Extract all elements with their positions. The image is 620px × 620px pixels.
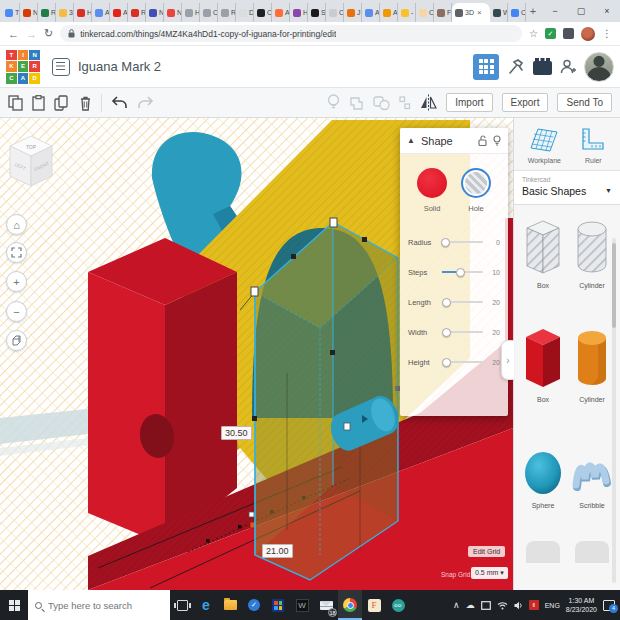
browser-tab[interactable]: C × (254, 3, 272, 22)
slider-knob[interactable] (441, 238, 450, 247)
minimize-button[interactable]: − (542, 6, 568, 16)
language-indicator[interactable]: ENG (545, 602, 560, 609)
shape-item-sphere[interactable]: Sphere (520, 451, 566, 509)
url-field[interactable]: tinkercad.com/things/4MZ4Ka4hDd1-copy-of… (60, 25, 522, 42)
browser-tab[interactable]: D × (236, 3, 254, 22)
shape-item-partial[interactable] (575, 541, 609, 563)
search-input[interactable] (48, 600, 158, 611)
new-tab-button[interactable]: + (524, 2, 542, 20)
shape-library-dropdown[interactable]: Tinkercad Basic Shapes ▼ (514, 171, 620, 205)
zoom-in-button[interactable]: + (6, 271, 27, 292)
tools-hammer-icon[interactable] (506, 57, 526, 77)
solid-option[interactable]: Solid (417, 168, 447, 213)
bookmark-star-icon[interactable]: ☆ (529, 28, 538, 39)
user-avatar[interactable] (584, 52, 614, 82)
shape-item-hole-cylinder[interactable]: Cylinder (569, 219, 615, 289)
slider-track[interactable] (442, 358, 483, 367)
taskbar-search[interactable] (28, 590, 170, 620)
edit-grid-button[interactable]: Edit Grid (468, 546, 505, 557)
browser-profile-avatar[interactable] (581, 27, 595, 41)
browser-tab[interactable]: 3D × (452, 3, 490, 22)
mirror-icon[interactable] (420, 94, 437, 111)
browser-tab[interactable]: A × (362, 3, 380, 22)
perspective-button[interactable] (6, 330, 27, 351)
taskbar-app-icon[interactable] (338, 590, 362, 620)
slider-value[interactable]: 20 (487, 329, 500, 336)
tinkercad-logo[interactable]: TINKERCAD (6, 50, 40, 84)
paste-icon[interactable] (32, 95, 45, 111)
browser-menu-icon[interactable]: ⋮ (602, 28, 612, 39)
browser-tab[interactable]: H × (290, 3, 308, 22)
extension-check-icon[interactable]: ✓ (545, 28, 556, 39)
sidebar-collapse-handle[interactable]: › (501, 340, 514, 380)
volume-icon[interactable] (514, 601, 523, 610)
snap-grid-dropdown[interactable]: 0.5 mm ▾ (471, 567, 508, 579)
slider-knob[interactable] (442, 358, 451, 367)
slider-value[interactable]: 20 (487, 359, 500, 366)
browser-tab[interactable]: H × (182, 3, 200, 22)
wifi-icon[interactable] (497, 601, 508, 610)
design-title[interactable]: Iguana Mark 2 (78, 59, 161, 74)
forward-button[interactable]: → (26, 28, 37, 40)
slider-track[interactable] (442, 298, 483, 307)
close-button[interactable]: × (594, 6, 620, 16)
extension-dark-icon[interactable] (563, 28, 574, 39)
taskbar-app-icon[interactable]: F (362, 590, 386, 620)
browser-tab[interactable]: A × (272, 3, 290, 22)
slider-knob[interactable] (456, 268, 465, 277)
height-dimension-label[interactable]: 30.50 (221, 426, 252, 440)
fit-view-button[interactable] (6, 242, 27, 263)
gallery-scrollbar[interactable] (612, 238, 616, 583)
slider-value[interactable]: 20 (487, 299, 500, 306)
browser-tab[interactable]: A × (92, 3, 110, 22)
shape-item-partial[interactable] (526, 541, 560, 563)
panel-collapse-icon[interactable]: ▲ (407, 136, 415, 145)
group-icon[interactable] (349, 95, 364, 111)
browser-tab[interactable]: H × (74, 3, 92, 22)
maximize-button[interactable]: ▢ (568, 6, 594, 16)
shape-item-red-box[interactable]: Box (520, 327, 566, 403)
zoom-out-button[interactable]: − (6, 301, 27, 322)
hole-option[interactable]: Hole (461, 168, 491, 213)
browser-tab[interactable]: S × (308, 3, 326, 22)
slider-track[interactable] (442, 328, 483, 337)
slider-track[interactable] (442, 238, 483, 247)
browser-tab[interactable]: A × (380, 3, 398, 22)
back-button[interactable]: ← (8, 28, 19, 40)
onedrive-cloud-icon[interactable]: ☁ (466, 600, 475, 610)
browser-tab[interactable]: R × (38, 3, 56, 22)
width-dimension-label[interactable]: 21.00 (262, 544, 293, 558)
taskbar-app-icon[interactable] (170, 590, 194, 620)
browser-tab[interactable]: C × (326, 3, 344, 22)
taskbar-app-icon[interactable] (266, 590, 290, 620)
browser-tab[interactable]: T × (2, 3, 20, 22)
view-cube[interactable]: TOP LEFT FRONT (8, 134, 54, 198)
shape-item-scribble[interactable]: Scribble (569, 457, 615, 509)
browser-tab[interactable]: N × (20, 3, 38, 22)
lock-open-icon[interactable] (478, 135, 487, 146)
browser-tab[interactable]: N × (146, 3, 164, 22)
shape-item-hole-box[interactable]: Box (520, 219, 566, 289)
slider-track[interactable] (442, 268, 483, 277)
browser-tab[interactable]: - × (398, 3, 416, 22)
duplicate-icon[interactable] (54, 95, 70, 111)
taskbar-app-icon[interactable]: e (194, 590, 218, 620)
browser-tab[interactable]: R × (218, 3, 236, 22)
add-collaborator-icon[interactable] (559, 58, 577, 76)
3d-viewport[interactable]: TOP LEFT FRONT ⌂ + − 30.50 21.00 ▲ Shape (0, 118, 513, 590)
browser-tab[interactable]: A × (110, 3, 128, 22)
taskbar-app-icon[interactable]: W (290, 590, 314, 620)
slider-knob[interactable] (442, 328, 451, 337)
export-button[interactable]: Export (502, 93, 549, 112)
home-view-button[interactable]: ⌂ (6, 214, 27, 235)
browser-tab[interactable]: J × (344, 3, 362, 22)
taskbar-app-icon[interactable] (218, 590, 242, 620)
lightbulb-icon[interactable] (327, 94, 340, 111)
window-tray-icon[interactable] (481, 601, 491, 610)
workplane-tool[interactable]: Workplane (528, 128, 561, 164)
send-to-button[interactable]: Send To (557, 93, 612, 112)
delete-icon[interactable] (79, 95, 92, 111)
design-menu-icon[interactable] (52, 58, 70, 76)
action-center-icon[interactable]: 4 (603, 600, 615, 611)
browser-tab[interactable]: C × (200, 3, 218, 22)
